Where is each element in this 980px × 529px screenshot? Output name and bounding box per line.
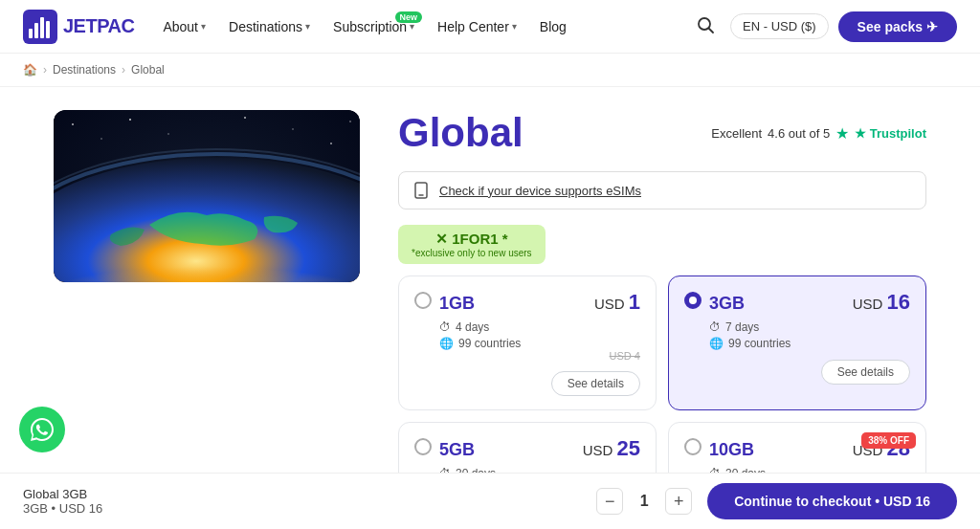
svg-rect-4: [46, 21, 50, 38]
logo-text: JETPAC: [63, 15, 134, 37]
nav-about[interactable]: About ▾: [153, 13, 215, 40]
plan-card-3gb[interactable]: 3GB USD 16 ⏱ 7 days 🌐: [668, 276, 926, 410]
chevron-down-icon: ▾: [512, 21, 517, 32]
plan-details-1gb: 1GB USD 1 ⏱ 4 days 🌐: [439, 290, 640, 362]
checkout-button[interactable]: Continue to checkout • USD 16: [707, 483, 957, 519]
plan-radio-10gb: [684, 438, 702, 455]
globe-svg: [54, 110, 360, 282]
plan-radio-3gb: [684, 292, 702, 309]
quantity-control: − 1 +: [596, 488, 692, 515]
plan-size-label-10gb: 10GB: [709, 440, 754, 460]
plan-size-label-3gb: 3GB: [709, 294, 745, 314]
plan-price-value-3gb: 16: [887, 290, 910, 314]
main-content: Global Excellent 4.6 out of 5 ★ ★ Trustp…: [31, 87, 949, 529]
trustpilot-stars-icon: ★: [835, 124, 849, 143]
product-info: Global Excellent 4.6 out of 5 ★ ★ Trustp…: [398, 110, 926, 529]
plan-meta-3gb: ⏱ 7 days 🌐 99 countries: [709, 320, 910, 350]
svg-point-8: [72, 123, 74, 125]
plan-currency-3gb: USD: [853, 296, 887, 312]
new-badge: New: [395, 11, 423, 23]
nav-subscription[interactable]: Subscription ▾ New: [323, 13, 424, 40]
plan-radio-1gb: [414, 292, 432, 309]
nav-blog[interactable]: Blog: [530, 13, 576, 40]
plan-countries-3gb: 🌐 99 countries: [709, 337, 910, 350]
device-icon: [412, 182, 430, 199]
bottom-plan-title: Global 3GB: [23, 487, 102, 501]
svg-point-17: [54, 244, 360, 282]
see-details-button-1gb[interactable]: See details: [551, 371, 640, 396]
trustpilot-rating: Excellent 4.6 out of 5 ★ ★ Trustpilot: [711, 124, 926, 143]
plan-currency-1gb: USD: [594, 296, 629, 312]
plan-actions-3gb: See details: [684, 360, 910, 385]
chevron-down-icon: ▾: [305, 21, 310, 32]
nav-destinations[interactable]: Destinations ▾: [219, 13, 320, 40]
plan-meta-1gb: ⏱ 4 days 🌐 99 countries: [439, 320, 640, 350]
plan-size-price-1gb: 1GB USD 1: [439, 290, 640, 315]
svg-point-11: [167, 133, 168, 134]
nav-links: About ▾ Destinations ▾ Subscription ▾ Ne…: [153, 13, 690, 40]
breadcrumb-destinations[interactable]: Destinations: [53, 63, 116, 77]
discount-tag-10gb: 38% OFF: [861, 432, 916, 449]
plan-card-1gb[interactable]: 1GB USD 1 ⏱ 4 days 🌐: [398, 276, 657, 410]
trustpilot-label: Excellent: [711, 126, 762, 141]
svg-rect-3: [40, 17, 44, 38]
device-check-text: Check if your device supports eSIMs: [439, 184, 641, 198]
language-selector[interactable]: EN - USD ($): [730, 13, 829, 39]
breadcrumb-home-icon[interactable]: 🏠: [23, 63, 37, 77]
quantity-decrease-button[interactable]: −: [596, 488, 623, 515]
plan-duration-1gb: ⏱ 4 days: [439, 320, 640, 334]
see-details-button-3gb[interactable]: See details: [821, 360, 910, 385]
plan-price-5gb: USD 25: [583, 436, 640, 461]
nav-help-center[interactable]: Help Center ▾: [428, 13, 526, 40]
promo-main-text: ✕ 1FOR1 *: [435, 231, 508, 248]
plan-size-price-5gb: 5GB USD 25: [439, 436, 640, 461]
quantity-value: 1: [635, 493, 654, 510]
navigation: JETPAC About ▾ Destinations ▾ Subscripti…: [0, 0, 980, 54]
promo-sub-text: *exclusive only to new users: [412, 248, 532, 258]
svg-line-6: [709, 29, 714, 33]
plan-price-1gb: USD 1: [594, 290, 640, 315]
search-button[interactable]: [690, 10, 721, 43]
product-image: [54, 110, 360, 282]
breadcrumb: 🏠 › Destinations › Global: [0, 54, 980, 87]
device-check[interactable]: Check if your device supports eSIMs: [398, 171, 926, 209]
svg-point-9: [100, 138, 102, 140]
promo-badge: ✕ 1FOR1 * *exclusive only to new users: [398, 225, 546, 264]
svg-rect-1: [29, 29, 33, 38]
plan-price-value-5gb: 25: [617, 436, 640, 460]
trustpilot-logo: ★ Trustpilot: [855, 126, 926, 141]
chevron-down-icon: ▾: [201, 21, 206, 32]
bottom-plan-subtitle: 3GB • USD 16: [23, 501, 102, 516]
plan-countries-1gb: 🌐 99 countries: [439, 337, 640, 350]
quantity-increase-button[interactable]: +: [665, 488, 692, 515]
logo[interactable]: JETPAC: [23, 10, 134, 44]
product-title: Global: [398, 110, 523, 156]
whatsapp-button[interactable]: [19, 407, 65, 452]
svg-point-10: [129, 119, 131, 121]
clock-icon: ⏱: [709, 320, 721, 334]
breadcrumb-current: Global: [131, 63, 165, 77]
plan-strikethrough-1gb: USD 4: [439, 350, 640, 362]
see-packs-button[interactable]: See packs ✈: [838, 11, 957, 42]
plan-header-3gb: 3GB USD 16 ⏱ 7 days 🌐: [684, 290, 910, 350]
bottom-bar: Global 3GB 3GB • USD 16 − 1 + Continue t…: [0, 473, 980, 529]
search-icon: [696, 15, 715, 34]
svg-point-15: [349, 121, 350, 121]
logo-icon: [23, 10, 57, 44]
svg-point-13: [292, 128, 294, 130]
plan-radio-5gb: [414, 438, 432, 455]
globe-icon: 🌐: [439, 337, 454, 350]
bottom-right: − 1 + Continue to checkout • USD 16: [596, 483, 957, 519]
plan-price-3gb: USD 16: [853, 290, 910, 315]
plan-header-1gb: 1GB USD 1 ⏱ 4 days 🌐: [414, 290, 640, 362]
earth-visual: [54, 110, 360, 282]
plan-details-3gb: 3GB USD 16 ⏱ 7 days 🌐: [709, 290, 910, 350]
svg-rect-2: [34, 23, 38, 38]
plan-size-price-3gb: 3GB USD 16: [709, 290, 910, 315]
plan-currency-5gb: USD: [583, 442, 617, 458]
breadcrumb-separator: ›: [43, 63, 47, 77]
trustpilot-rating-value: 4.6 out of 5: [768, 126, 830, 141]
svg-point-12: [244, 117, 246, 119]
plan-actions-1gb: See details: [414, 371, 640, 396]
bottom-info: Global 3GB 3GB • USD 16: [23, 487, 102, 516]
